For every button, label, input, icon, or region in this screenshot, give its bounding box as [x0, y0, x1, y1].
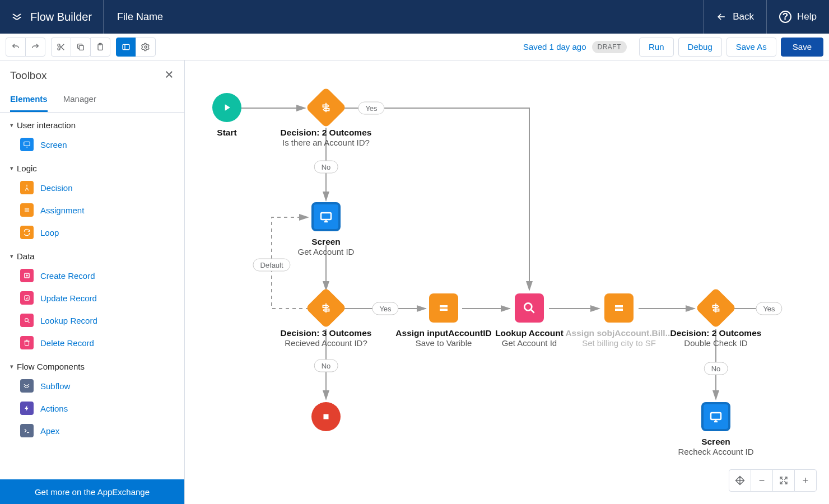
- toggle-panel-button[interactable]: [116, 38, 136, 57]
- toolbar: Saved 1 day ago DRAFT Run Debug Save As …: [0, 34, 829, 60]
- redo-icon: [31, 43, 40, 52]
- undo-button[interactable]: [6, 38, 26, 57]
- settings-button[interactable]: [136, 38, 156, 57]
- signpost-icon: [320, 101, 332, 114]
- file-name[interactable]: File Name: [104, 0, 703, 34]
- svg-rect-17: [321, 213, 331, 220]
- back-button[interactable]: Back: [703, 0, 766, 34]
- scissors-icon: [57, 43, 66, 52]
- actions-icon: [20, 402, 34, 415]
- node-start[interactable]: Start: [185, 93, 283, 138]
- panel-icon: [122, 43, 131, 52]
- palette-actions[interactable]: Actions: [0, 397, 184, 419]
- palette-loop[interactable]: Loop: [0, 221, 184, 244]
- brand-icon: [11, 11, 24, 23]
- node-end[interactable]: [270, 402, 382, 431]
- svg-rect-15: [25, 341, 29, 346]
- chevron-down-icon: ▾: [10, 122, 13, 129]
- screen-icon: [709, 410, 723, 423]
- node-screen-1[interactable]: Screen Get Account ID: [270, 202, 382, 256]
- palette-lookup-record[interactable]: Lookup Record: [0, 309, 184, 332]
- section-data[interactable]: ▾Data: [0, 244, 184, 264]
- save-as-button[interactable]: Save As: [726, 38, 776, 57]
- cut-button[interactable]: [51, 38, 71, 57]
- gear-icon: [141, 43, 150, 52]
- question-icon: ?: [779, 11, 791, 23]
- node-decision-3[interactable]: Decision: 2 Outcomes Double Check ID: [660, 293, 772, 348]
- palette-assignment[interactable]: Assignment: [0, 199, 184, 221]
- tab-manager[interactable]: Manager: [63, 88, 96, 112]
- help-label: Help: [797, 11, 817, 22]
- stop-icon: [321, 412, 331, 422]
- flow-canvas[interactable]: Start Decision: 2 Outcomes Is there an A…: [185, 60, 829, 504]
- apex-icon: [20, 424, 34, 437]
- pan-button[interactable]: [729, 469, 751, 492]
- run-button[interactable]: Run: [639, 38, 674, 57]
- chevron-down-icon: ▾: [10, 363, 13, 370]
- back-label: Back: [733, 11, 754, 22]
- screen-icon: [20, 138, 34, 151]
- fit-button[interactable]: [772, 469, 795, 492]
- help-button[interactable]: ? Help: [766, 0, 829, 34]
- create-record-icon: [20, 269, 34, 282]
- svg-rect-26: [711, 413, 721, 419]
- back-arrow-icon: [716, 11, 727, 22]
- decision-icon: [20, 181, 34, 194]
- edge-label-yes: Yes: [756, 302, 782, 315]
- edge-label-no: No: [314, 161, 338, 174]
- screen-icon: [319, 210, 333, 223]
- section-flow-components[interactable]: ▾Flow Components: [0, 354, 184, 375]
- brand: Flow Builder: [0, 0, 104, 34]
- svg-rect-13: [25, 296, 29, 300]
- palette-update-record[interactable]: Update Record: [0, 287, 184, 309]
- search-icon: [522, 301, 537, 315]
- move-icon: [735, 475, 745, 486]
- node-decision-2[interactable]: Decision: 3 Outcomes Recieved Account ID…: [270, 293, 382, 348]
- close-icon: [164, 69, 174, 80]
- play-icon: [221, 102, 232, 113]
- app-header: Flow Builder File Name Back ? Help: [0, 0, 829, 34]
- toolbox-title: Toolbox: [10, 69, 164, 82]
- tab-elements[interactable]: Elements: [10, 88, 48, 112]
- svg-rect-5: [123, 44, 129, 49]
- section-user-interaction[interactable]: ▾User interaction: [0, 113, 184, 133]
- svg-point-7: [145, 46, 147, 48]
- appexchange-cta[interactable]: Get more on the AppExchange: [0, 479, 184, 504]
- edge-label-no: No: [314, 360, 338, 372]
- palette-delete-record[interactable]: Delete Record: [0, 332, 184, 354]
- equals-icon: [437, 301, 450, 315]
- palette-apex[interactable]: Apex: [0, 419, 184, 442]
- lookup-record-icon: [20, 314, 34, 327]
- section-logic[interactable]: ▾Logic: [0, 156, 184, 176]
- svg-line-23: [531, 310, 534, 312]
- node-screen-2[interactable]: Screen Recheck Account ID: [660, 402, 772, 456]
- palette-screen[interactable]: Screen: [0, 133, 184, 156]
- copy-button[interactable]: [71, 38, 91, 57]
- palette-create-record[interactable]: Create Record: [0, 264, 184, 287]
- copy-icon: [76, 43, 85, 52]
- palette-decision[interactable]: Decision: [0, 176, 184, 199]
- brand-label: Flow Builder: [30, 11, 92, 24]
- debug-button[interactable]: Debug: [678, 38, 722, 57]
- subflow-icon: [20, 379, 34, 393]
- edge-label-default: Default: [253, 259, 290, 272]
- zoom-out-button[interactable]: −: [751, 469, 773, 492]
- delete-record-icon: [20, 336, 34, 349]
- close-panel-button[interactable]: [164, 68, 174, 83]
- svg-rect-8: [24, 142, 30, 146]
- assignment-icon: [20, 203, 34, 217]
- zoom-controls: − +: [729, 469, 817, 492]
- paste-button[interactable]: [90, 38, 110, 57]
- zoom-in-button[interactable]: +: [794, 469, 817, 492]
- undo-icon: [11, 43, 20, 52]
- equals-icon: [612, 301, 626, 315]
- palette-subflow[interactable]: Subflow: [0, 375, 184, 397]
- svg-point-22: [524, 303, 532, 310]
- chevron-down-icon: ▾: [10, 253, 13, 260]
- save-button[interactable]: Save: [781, 38, 823, 57]
- draft-badge: DRAFT: [592, 41, 627, 53]
- loop-icon: [20, 226, 34, 239]
- toolbox-panel: Toolbox Elements Manager ▾User interacti…: [0, 60, 185, 504]
- edge-label-yes: Yes: [358, 102, 384, 115]
- redo-button[interactable]: [25, 38, 45, 57]
